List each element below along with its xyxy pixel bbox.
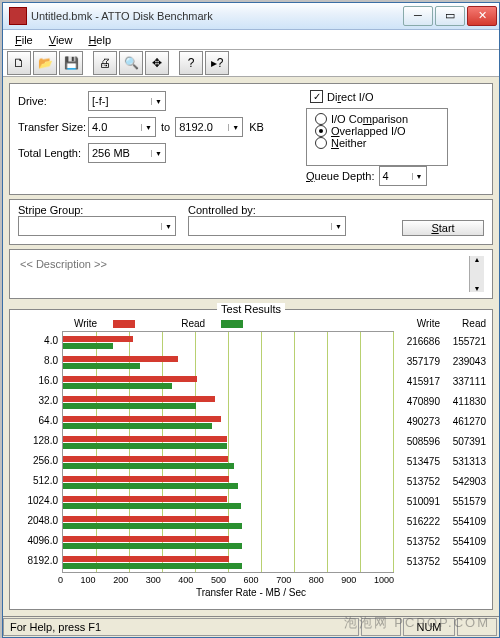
x-tick: 300 [146,575,161,585]
chart-area [62,331,394,573]
close-button[interactable]: ✕ [467,6,497,26]
write-value: 513752 [394,476,440,487]
status-help: For Help, press F1 [3,618,359,636]
read-value: 411830 [440,396,486,407]
write-bar [63,456,228,462]
preview-button[interactable]: 🔍 [119,51,143,75]
minimize-button[interactable]: ─ [403,6,433,26]
tsize-label: Transfer Size: [18,121,88,133]
x-tick: 700 [276,575,291,585]
write-value: 415917 [394,376,440,387]
y-tick: 2048.0 [16,511,58,531]
write-bar [63,536,229,542]
print-button[interactable]: 🖨 [93,51,117,75]
controlled-select[interactable]: ▼ [188,216,346,236]
toolbar: 🗋 📂 💾 🖨 🔍 ✥ ? ▸? [3,49,499,77]
read-bar [63,463,234,469]
read-value: 542903 [440,476,486,487]
start-button[interactable]: Start [402,220,484,236]
write-value: 513752 [394,556,440,567]
read-value: 554109 [440,536,486,547]
read-bar [63,423,212,429]
open-button[interactable]: 📂 [33,51,57,75]
write-value: 513475 [394,456,440,467]
move-button[interactable]: ✥ [145,51,169,75]
y-tick: 4.0 [16,331,58,351]
menu-view[interactable]: View [41,32,81,48]
read-bar [63,483,238,489]
read-bar [63,543,242,549]
write-value: 516222 [394,516,440,527]
read-value: 507391 [440,436,486,447]
tsize-from-select[interactable]: 4.0▼ [88,117,156,137]
x-tick: 800 [309,575,324,585]
description-input[interactable] [18,256,469,292]
help-button[interactable]: ? [179,51,203,75]
drive-select[interactable]: [-f-]▼ [88,91,166,111]
tsize-to-select[interactable]: 8192.0▼ [175,117,243,137]
y-tick: 64.0 [16,411,58,431]
write-swatch [113,320,135,328]
write-bar [63,436,227,442]
y-tick: 8192.0 [16,551,58,571]
read-value: 531313 [440,456,486,467]
read-bar [63,503,241,509]
context-help-button[interactable]: ▸? [205,51,229,75]
queue-depth-select[interactable]: 4▼ [379,166,427,186]
read-bar [63,563,242,569]
direct-io-check[interactable]: ✓Direct I/O [310,90,373,103]
menu-file[interactable]: File [7,32,41,48]
write-value: 508596 [394,436,440,447]
write-value: 357179 [394,356,440,367]
x-tick: 100 [81,575,96,585]
x-tick: 1000 [374,575,394,585]
write-bar [63,396,215,402]
stripe-select[interactable]: ▼ [18,216,176,236]
overlapped-io-radio[interactable]: Overlapped I/O [315,125,439,137]
read-value: 551579 [440,496,486,507]
y-tick: 128.0 [16,431,58,451]
write-bar [63,556,229,562]
read-value: 554109 [440,556,486,567]
y-tick: 512.0 [16,471,58,491]
results-title: Test Results [217,303,285,315]
write-value: 470890 [394,396,440,407]
io-comparison-radio[interactable]: I/O Comparison [315,113,439,125]
app-icon [9,7,27,25]
kb-label: KB [249,121,264,133]
y-tick: 256.0 [16,451,58,471]
write-bar [63,336,133,342]
read-value: 239043 [440,356,486,367]
read-bar [63,523,242,529]
write-bar [63,416,221,422]
neither-radio[interactable]: Neither [315,137,439,149]
write-bar [63,476,229,482]
read-value: 554109 [440,516,486,527]
read-bar [63,343,113,349]
save-button[interactable]: 💾 [59,51,83,75]
menu-help[interactable]: Help [80,32,119,48]
x-tick: 400 [178,575,193,585]
y-tick: 8.0 [16,351,58,371]
new-button[interactable]: 🗋 [7,51,31,75]
write-value: 513752 [394,536,440,547]
x-tick: 600 [244,575,259,585]
write-value: 510091 [394,496,440,507]
y-tick: 1024.0 [16,491,58,511]
maximize-button[interactable]: ▭ [435,6,465,26]
queue-depth-label: Queue Depth: [306,170,375,182]
write-legend-label: Write [74,318,97,329]
status-num: NUM [403,618,455,636]
x-tick: 0 [58,575,63,585]
read-value: 155721 [440,336,486,347]
write-value: 490273 [394,416,440,427]
read-bar [63,363,140,369]
stripe-label: Stripe Group: [18,204,188,216]
read-legend-label: Read [181,318,205,329]
write-value: 216686 [394,336,440,347]
y-tick: 16.0 [16,371,58,391]
y-tick: 32.0 [16,391,58,411]
y-tick: 4096.0 [16,531,58,551]
tlen-select[interactable]: 256 MB▼ [88,143,166,163]
scrollbar[interactable]: ▲▼ [469,256,484,292]
